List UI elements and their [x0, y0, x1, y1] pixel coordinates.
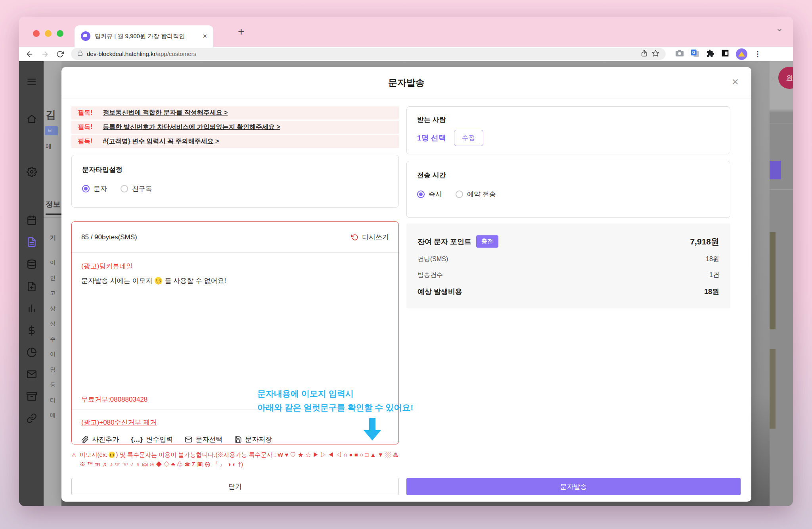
bar-chart-icon[interactable]	[27, 303, 37, 314]
calendar-icon[interactable]	[27, 215, 37, 225]
background-row-label: 등	[50, 381, 56, 389]
browser-tab[interactable]: 팅커뷰 | 월 9,900원 가장 합리적인 ×	[75, 25, 213, 47]
modal-close-icon[interactable]: ×	[732, 76, 739, 88]
add-photo-button[interactable]: 사진추가	[81, 435, 119, 444]
background-tab-label: 정보	[46, 199, 61, 215]
recipient-count-link[interactable]: 1명 선택	[417, 133, 446, 143]
window-minimize-button[interactable]	[45, 30, 52, 37]
browser-toolbar: dev-blockdeal.hatchling.kr/app/customers…	[19, 47, 793, 61]
tab-group-icon[interactable]	[721, 49, 729, 59]
dollar-icon[interactable]	[27, 325, 37, 336]
desktop: 팅커뷰 | 월 9,900원 가장 합리적인 × + dev-blockdeal…	[0, 0, 812, 529]
bookmark-star-icon[interactable]	[652, 50, 659, 59]
menu-icon[interactable]	[27, 77, 37, 87]
share-icon[interactable]	[641, 50, 648, 58]
section-title: 받는 사람	[417, 115, 720, 124]
message-textarea[interactable]: (광고)팅커뷰네일 문자발송 시에는 이모지 를 사용할 수 없어요! 무료거부…	[72, 253, 398, 410]
mail-icon	[185, 436, 192, 443]
points-title: 잔여 문자 포인트	[417, 237, 471, 246]
tab-title: 팅커뷰 | 월 9,900원 가장 합리적인	[95, 33, 198, 40]
radio-option-reserved[interactable]: 예약 전송	[456, 190, 496, 199]
page-content: 김 ㅂ 메 정보 기 이인고상싱주이담등티메 × 원 ×	[19, 61, 793, 506]
modal-header: 문자발송 ×	[61, 67, 751, 98]
points-row: 건당(SMS) 18원	[417, 255, 719, 264]
background-row-label: 주	[50, 336, 56, 343]
message-ad-header: (광고)팅커뷰네일	[81, 262, 389, 271]
notice-row[interactable]: 필독! #{고객명} 변수 입력시 꼭 주의해주세요 >	[71, 135, 399, 148]
translate-icon[interactable]: G	[691, 49, 699, 59]
background-badge: ㅂ	[45, 126, 58, 135]
points-row: 발송건수 1건	[417, 271, 719, 279]
background-row-label: 메	[50, 412, 56, 419]
background-row-label: 인	[50, 275, 56, 282]
select-message-button[interactable]: 문자선택	[185, 435, 222, 444]
radio-option-immediate[interactable]: 즉시	[417, 190, 442, 199]
insert-variable-button[interactable]: {…} 변수입력	[131, 435, 173, 444]
background-row-label: 상	[50, 305, 56, 312]
reload-icon[interactable]	[56, 50, 64, 58]
radio-label: 친구톡	[132, 184, 152, 193]
archive-icon[interactable]	[27, 391, 37, 402]
rewrite-button[interactable]: 다시쓰기	[351, 233, 389, 242]
database-icon[interactable]	[27, 259, 37, 269]
new-tab-button[interactable]: +	[238, 25, 244, 38]
tab-close-icon[interactable]: ×	[203, 33, 207, 40]
window-zoom-button[interactable]	[57, 30, 63, 37]
warning-triangle-icon: ⚠	[71, 451, 77, 469]
notice-link[interactable]: #{고객명} 변수 입력시 꼭 주의해주세요 >	[103, 137, 219, 146]
grinning-emoji-icon	[109, 452, 115, 458]
background-row-label: 이	[50, 351, 56, 358]
notice-row[interactable]: 필독! 등록한 발신번호가 차단서비스에 가입되었는지 확인해주세요 >	[71, 121, 399, 134]
profile-avatar[interactable]	[736, 48, 747, 60]
charge-button[interactable]: 충전	[476, 235, 498, 248]
screenshot-camera-icon[interactable]	[675, 49, 684, 59]
background-row-label: 담	[50, 366, 56, 373]
undo-icon	[351, 234, 358, 241]
close-button[interactable]: 닫기	[71, 478, 399, 495]
sms-send-modal: 문자발송 × 필독! 정보통신법에 적합한 문자를 작성해주세요 > 필독! 등…	[61, 67, 751, 502]
points-total-row: 예상 발생비용 18원	[417, 287, 719, 296]
background-page-left: 김 ㅂ 메 정보 기 이인고상싱주이담등티메	[44, 61, 61, 506]
notice-tag: 필독!	[78, 123, 92, 131]
notice-row[interactable]: 필독! 정보통신법에 적합한 문자를 작성해주세요 >	[71, 106, 399, 119]
home-icon[interactable]	[27, 114, 37, 124]
settings-icon[interactable]	[27, 167, 37, 177]
back-icon[interactable]	[25, 50, 34, 58]
chrome-menu-icon[interactable]: ⋮	[754, 50, 761, 58]
notice-tag: 필독!	[78, 137, 92, 146]
file-text-icon[interactable]	[27, 237, 37, 247]
radio-option-sms[interactable]: 문자	[82, 184, 107, 193]
extensions-puzzle-icon[interactable]	[706, 49, 714, 59]
address-bar[interactable]: dev-blockdeal.hatchling.kr/app/customers	[71, 48, 666, 60]
emoji-annotation: 문자내용에 이모지 입력시 아래와 같은 얼럿문구를 확인할 수 있어요!	[257, 387, 413, 441]
tab-list-chevron-icon[interactable]	[776, 27, 783, 35]
send-sms-button[interactable]: 문자발송	[406, 478, 741, 495]
edit-recipient-button[interactable]: 수정	[454, 130, 483, 146]
background-row-header: 기	[50, 234, 56, 242]
schedule-section: 전송 시간 즉시 예약 전송	[406, 161, 730, 218]
svg-text:G: G	[692, 50, 695, 55]
background-purple-button	[770, 161, 781, 179]
notice-link[interactable]: 정보통신법에 적합한 문자를 작성해주세요 >	[103, 109, 228, 117]
background-row-label: 이	[50, 259, 56, 266]
notice-tag: 필독!	[78, 109, 92, 117]
radio-unselected-icon	[456, 190, 463, 198]
forward-icon[interactable]	[41, 50, 49, 58]
browser-tab-bar: 팅커뷰 | 월 9,900원 가장 합리적인 × +	[19, 17, 793, 47]
link-icon[interactable]	[27, 413, 37, 423]
pie-chart-icon[interactable]	[27, 347, 37, 358]
background-close-icon: ×	[770, 74, 776, 84]
radio-label: 문자	[94, 184, 107, 193]
window-close-button[interactable]	[33, 30, 40, 37]
radio-selected-icon	[82, 185, 90, 192]
background-menu-label: 메	[46, 143, 52, 150]
radio-option-friendtalk[interactable]: 친구톡	[121, 184, 152, 193]
paperclip-icon	[81, 436, 89, 443]
mail-icon[interactable]	[27, 369, 37, 379]
points-balance: 7,918원	[690, 236, 719, 247]
notice-link[interactable]: 등록한 발신번호가 차단서비스에 가입되었는지 확인해주세요 >	[103, 123, 280, 131]
browser-window: 팅커뷰 | 월 9,900원 가장 합리적인 × + dev-blockdeal…	[19, 17, 793, 506]
file-plus-icon[interactable]	[27, 281, 37, 292]
background-row-label: 싱	[50, 320, 56, 327]
lock-icon	[77, 50, 83, 58]
